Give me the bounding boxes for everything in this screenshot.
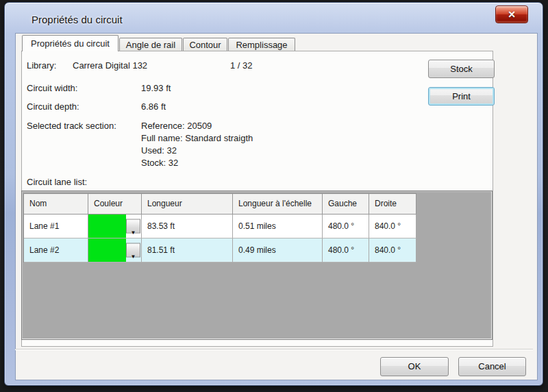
lane-list-label: Circuit lane list: bbox=[27, 177, 87, 187]
circuit-width-value: 19.93 ft bbox=[141, 83, 171, 93]
lane-right-angle-cell: 840.0 ° bbox=[369, 215, 416, 238]
selected-section-reference: Reference: 20509 bbox=[141, 121, 212, 131]
lane-color-swatch[interactable] bbox=[88, 238, 126, 262]
close-icon: ✕ bbox=[508, 6, 516, 23]
column-header-longueur-echelle[interactable]: Longueur à l'échelle bbox=[233, 194, 323, 215]
selected-section-label: Selected track section: bbox=[27, 121, 116, 131]
column-header-droite[interactable]: Droite bbox=[369, 194, 416, 215]
lane-row-2[interactable]: Lane #2 ▼ 81.51 ft 0.49 miles 480.0 ° 84… bbox=[24, 238, 416, 262]
stock-button[interactable]: Stock bbox=[428, 60, 495, 78]
tab-proprietes-du-circuit[interactable]: Propriétés du circuit bbox=[22, 35, 119, 51]
lane-scale-length-cell: 0.49 miles bbox=[233, 238, 323, 262]
lane-scale-length-cell: 0.51 miles bbox=[233, 215, 323, 238]
lane-color-dropdown-button[interactable]: ▼ bbox=[126, 219, 140, 234]
selected-section-used: Used: 32 bbox=[141, 145, 177, 156]
library-label: Library: bbox=[27, 60, 56, 71]
lane-list-table: Nom Couleur Longueur Longueur à l'échell… bbox=[23, 193, 416, 262]
lane-color-dropdown-button[interactable]: ▼ bbox=[126, 243, 140, 258]
window-title: Propriétés du circuit bbox=[32, 14, 123, 25]
close-button[interactable]: ✕ bbox=[495, 5, 528, 23]
lane-row-1[interactable]: Lane #1 ▼ 83.53 ft 0.51 miles 480.0 ° 84… bbox=[24, 215, 416, 238]
circuit-depth-label: Circuit depth: bbox=[27, 101, 79, 112]
tab-contour[interactable]: Contour bbox=[183, 38, 227, 51]
lane-color-cell: ▼ bbox=[88, 238, 142, 262]
bottom-separator bbox=[15, 349, 533, 350]
column-header-couleur[interactable]: Couleur bbox=[88, 194, 142, 215]
cancel-button[interactable]: Cancel bbox=[458, 357, 526, 376]
ok-button[interactable]: OK bbox=[380, 357, 449, 376]
circuit-width-label: Circuit width: bbox=[27, 83, 77, 93]
lane-name-cell: Lane #2 bbox=[24, 238, 88, 262]
lane-left-angle-cell: 480.0 ° bbox=[323, 215, 369, 238]
titlebar[interactable]: Propriétés du circuit bbox=[10, 5, 547, 33]
column-header-nom[interactable]: Nom bbox=[24, 194, 88, 215]
chevron-down-icon: ▼ bbox=[131, 230, 136, 236]
selected-section-fullname: Full name: Standard straigth bbox=[141, 133, 253, 143]
lane-length-cell: 83.53 ft bbox=[142, 215, 233, 238]
tab-angle-de-rail[interactable]: Angle de rail bbox=[119, 38, 182, 51]
lane-color-cell: ▼ bbox=[88, 215, 142, 238]
column-header-gauche[interactable]: Gauche bbox=[323, 194, 369, 215]
chevron-down-icon: ▼ bbox=[131, 254, 136, 260]
library-value: Carrera Digital 132 bbox=[73, 60, 147, 71]
screen-background: Propriétés du circuit ✕ Propriétés du ci… bbox=[0, 0, 548, 392]
lane-color-swatch[interactable] bbox=[88, 215, 126, 238]
lane-table-header-row: Nom Couleur Longueur Longueur à l'échell… bbox=[24, 194, 416, 215]
column-header-longueur[interactable]: Longueur bbox=[142, 194, 233, 215]
lane-left-angle-cell: 480.0 ° bbox=[323, 238, 369, 262]
lane-length-cell: 81.51 ft bbox=[142, 238, 233, 262]
library-count: 1 / 32 bbox=[230, 60, 253, 71]
tab-remplissage[interactable]: Remplissage bbox=[228, 38, 295, 51]
circuit-depth-value: 6.86 ft bbox=[141, 101, 166, 112]
print-button[interactable]: Print bbox=[428, 87, 495, 106]
lane-right-angle-cell: 840.0 ° bbox=[369, 238, 416, 262]
lane-name-cell: Lane #1 bbox=[24, 215, 88, 238]
selected-section-stock: Stock: 32 bbox=[141, 158, 178, 168]
